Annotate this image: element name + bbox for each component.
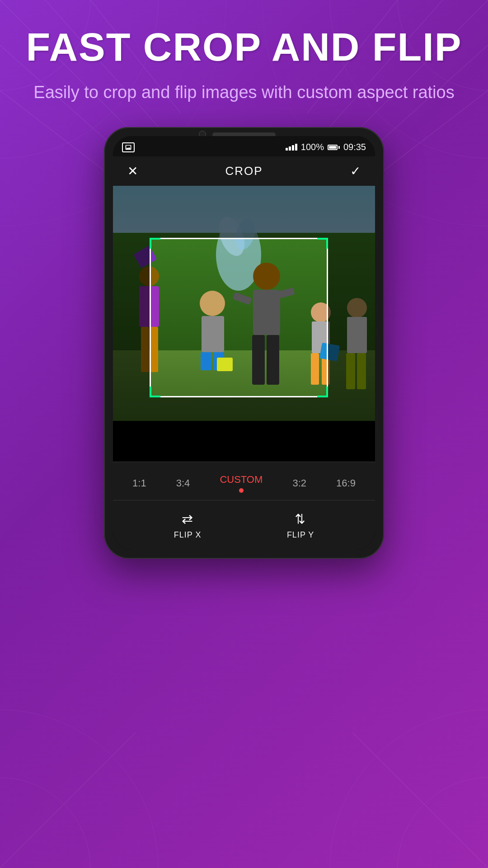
crop-toolbar: ✕ CROP ✓ [113,156,375,186]
crop-mask-bottom [113,397,375,421]
toolbar-title: CROP [225,164,263,178]
svg-line-19 [352,732,488,868]
phone-screen: 100% 09:35 ✕ CROP ✓ [113,136,375,550]
flip-x-icon: ⇄ [182,511,193,527]
flip-toolbar: ⇄ FLIP X ⇄ FLIP Y [113,500,375,550]
crop-mask-left [113,238,150,398]
image-bottom-bar [113,421,375,462]
svg-point-18 [0,710,158,868]
header-section: FAST CROP AND FLIP Easily to crop and fl… [0,0,488,123]
flip-y-icon: ⇄ [293,513,309,524]
svg-point-17 [0,778,90,868]
cancel-button[interactable]: ✕ [126,162,140,180]
phone-body: 100% 09:35 ✕ CROP ✓ [104,127,384,559]
flip-y-button[interactable]: ⇄ FLIP Y [287,511,314,540]
aspect-ratio-bar: 1:1 3:4 CUSTOM 3:2 16:9 [113,462,375,500]
ratio-1-1[interactable]: 1:1 [126,474,153,493]
battery-percent: 100% [301,142,324,152]
crop-handle-top-right[interactable] [317,238,328,249]
svg-point-21 [330,710,488,868]
confirm-button[interactable]: ✓ [348,162,362,180]
clock: 09:35 [343,142,366,152]
status-bar-left [122,142,135,152]
svg-line-16 [0,732,136,868]
crop-selection-box[interactable] [150,238,328,398]
signal-icon [286,144,297,151]
status-bar-right: 100% 09:35 [286,142,366,152]
ratio-3-2[interactable]: 3:2 [286,474,313,493]
crop-handle-top-left[interactable] [150,238,160,249]
ratio-16-9[interactable]: 16:9 [330,474,362,493]
ratio-3-4[interactable]: 3:4 [170,474,197,493]
battery-icon [328,145,340,150]
crop-handle-bottom-left[interactable] [150,387,160,397]
svg-point-20 [398,778,488,868]
gallery-icon [122,142,135,152]
main-title: FAST CROP AND FLIP [18,27,470,67]
status-bar: 100% 09:35 [113,136,375,156]
flip-x-button[interactable]: ⇄ FLIP X [174,511,202,540]
ratio-custom[interactable]: CUSTOM [213,470,269,496]
subtitle: Easily to crop and flip images with cust… [18,80,470,104]
phone-mockup: 100% 09:35 ✕ CROP ✓ [0,127,488,559]
flip-x-label: FLIP X [174,530,202,540]
crop-mask-right [328,238,375,398]
crop-mask-top [113,186,375,237]
active-ratio-indicator [239,488,244,493]
flip-y-label: FLIP Y [287,530,314,540]
crop-handle-bottom-right[interactable] [317,387,328,397]
image-canvas[interactable] [113,186,375,421]
